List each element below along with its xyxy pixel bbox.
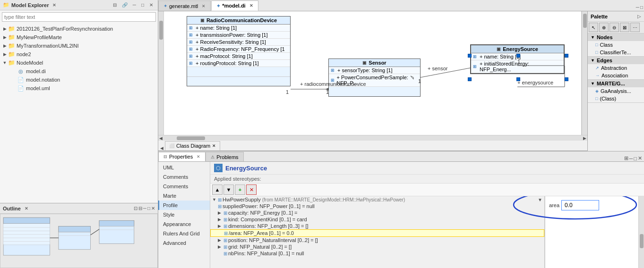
minimize-button[interactable]: ─ <box>131 1 138 8</box>
bottom-close-button[interactable]: ✕ <box>638 155 642 161</box>
diagram-tab-scroll-left[interactable]: ◀ <box>158 146 165 151</box>
props-value-input[interactable] <box>561 200 599 210</box>
bottom-minimize-button[interactable]: ─ <box>629 156 633 161</box>
tree-item-model-notation[interactable]: 📄 model.notation <box>0 75 158 84</box>
props-nav-uml[interactable]: UML <box>158 163 210 172</box>
props-tree-attr-2[interactable]: ▶ ⊞ kind: ComponentKind [0..1] = card <box>210 216 544 223</box>
properties-tab-close[interactable]: ✕ <box>197 154 200 159</box>
resize-handle-bl[interactable] <box>468 77 472 81</box>
props-nav-profile[interactable]: Profile <box>158 201 210 210</box>
props-tree-attr-6[interactable]: ▶ ⊞ grid: NFP_Natural [0..2] = [] <box>210 243 544 250</box>
diagram-canvas[interactable]: ▣ RadioCommunicationDevice ⊞ + name: Str… <box>158 11 582 135</box>
props-nav-appearance[interactable]: Appearance <box>158 219 210 229</box>
props-tree-attr-7[interactable]: ⊞ nbPins: NFP_Natural [0..1] = null <box>210 250 544 257</box>
filter-input[interactable] <box>2 12 156 22</box>
uml-box-sensor[interactable]: ▣ Sensor ⊞ + sensorType: String [1] ⊞ + … <box>328 59 421 97</box>
palette-abstraction-item[interactable]: ↗ Abstraction <box>588 64 644 72</box>
scrollbar-horizontal[interactable]: ◀ ▶ <box>158 135 587 141</box>
outline-maximize[interactable]: □ <box>147 206 150 211</box>
tab-properties[interactable]: ⊟ Properties ✕ <box>158 152 206 161</box>
props-delete-button[interactable]: ✕ <box>246 184 257 195</box>
tree-toggle[interactable]: ▶ <box>218 238 223 243</box>
tree-toggle[interactable]: ▶ <box>2 43 8 48</box>
palette-expand-icon[interactable]: ▷ <box>637 14 641 19</box>
tree-toggle[interactable]: ▶ <box>218 244 223 249</box>
tab-generate[interactable]: ✦ generate.mtl ✕ <box>158 0 211 11</box>
minimize-editor-button[interactable]: ─ <box>636 5 639 10</box>
outline-icon1[interactable]: ⊡ <box>134 206 137 211</box>
props-nav-marte[interactable]: Marte <box>158 191 210 201</box>
resize-handle-tr[interactable] <box>565 54 568 58</box>
props-nav-style[interactable]: Style <box>158 210 210 219</box>
palette-edges-header[interactable]: ▼ Edges <box>588 57 644 64</box>
outline-minimize[interactable]: ─ <box>143 206 146 211</box>
generate-tab-close[interactable]: ✕ <box>202 4 206 8</box>
tree-toggle[interactable]: ▼ <box>212 197 218 202</box>
props-tree-attr-4[interactable]: ⊞ /area: NFP_Area [0..1] = 0.0 <box>210 229 544 237</box>
bottom-tab-icon-btn1[interactable]: ⊞ <box>624 155 628 161</box>
scroll-right-button[interactable]: ▶ <box>583 136 586 141</box>
tree-item-model-di[interactable]: ◎ model.di <box>0 67 158 75</box>
collapse-all-button[interactable]: ⊟ <box>111 1 119 8</box>
props-move-down-button[interactable]: ▼ <box>223 184 234 195</box>
props-nav-comments2[interactable]: Comments <box>158 182 210 191</box>
tree-toggle[interactable]: ▶ <box>218 224 223 228</box>
palette-more-btn[interactable]: ⋯ <box>630 23 640 32</box>
props-tree-hwpowersupply[interactable]: ▼ ⊞ HwPowerSupply (from MARTE::MARTE_Des… <box>210 196 544 203</box>
scrollbar-vertical-left[interactable] <box>158 11 164 135</box>
tree-toggle[interactable]: ▶ <box>218 210 223 215</box>
tab-model[interactable]: ✦ *model.di ✕ <box>211 0 258 11</box>
tree-item-nodemodel[interactable]: ▼ 📁 NodeModel <box>0 59 158 67</box>
palette-select-btn[interactable]: ↖ <box>589 23 598 32</box>
resize-handle-bm[interactable] <box>516 77 520 81</box>
model-tab-close[interactable]: ✕ <box>249 3 253 8</box>
tree-toggle[interactable]: ▶ <box>2 35 8 40</box>
link-editor-button[interactable]: 🔗 <box>120 1 129 8</box>
palette-zoom-out-btn[interactable]: ⊖ <box>610 23 619 32</box>
outline-close-icon[interactable]: ✕ <box>25 206 28 211</box>
palette-gaanalysis-item[interactable]: ◈ GaAnalysis... <box>588 87 644 95</box>
props-add-button[interactable]: + <box>235 184 245 195</box>
props-move-up-button[interactable]: ▲ <box>212 184 223 195</box>
props-nav-comments1[interactable]: Comments <box>158 172 210 182</box>
props-tree-attr-3[interactable]: ▶ ⊞ dimensions: NFP_Length [0..3] = [] <box>210 223 544 229</box>
uml-box-energy[interactable]: ▣ EnergySource ⊞ + name: String [1] ⊞ + … <box>470 44 565 74</box>
outline-icon2[interactable]: ⊟ <box>138 206 142 211</box>
tree-toggle[interactable]: ▼ <box>2 60 8 65</box>
close-icon[interactable]: ✕ <box>52 3 56 8</box>
tree-item-model-uml[interactable]: 📄 model.uml <box>0 84 158 92</box>
palette-association-item[interactable]: → Association <box>588 72 644 79</box>
tree-item-node2[interactable]: ▶ 📁 node2 <box>0 50 158 59</box>
palette-class2-item[interactable]: □ (Class) <box>588 95 644 102</box>
diagram-tab-class[interactable]: ⬜ Class Diagram ✕ <box>165 141 220 151</box>
tree-item-profile[interactable]: ▶ 📁 MyNewProfileMarte <box>0 33 158 42</box>
tree-toggle[interactable]: ▶ <box>2 52 8 57</box>
resize-handle-br[interactable] <box>565 77 568 81</box>
props-scrollbar-v[interactable] <box>638 196 644 268</box>
maximize-editor-button[interactable]: □ <box>640 5 643 10</box>
props-tree-attr-5[interactable]: ▶ ⊞ position: NFP_NaturalInterval [0..2]… <box>210 237 544 243</box>
bottom-maximize-button[interactable]: □ <box>634 156 637 161</box>
scroll-left-button[interactable]: ◀ <box>159 136 163 141</box>
diagram-tab-close[interactable]: ✕ <box>212 143 216 148</box>
props-tree-attr-0[interactable]: ⊞ suppliedPower: NFP_Power [0..1] = null <box>210 203 544 209</box>
tree-item-resync[interactable]: ▶ 📁 20120126_TestPlanForResynchronisatio… <box>0 25 158 33</box>
maximize-button[interactable]: □ <box>139 1 146 8</box>
tab-problems[interactable]: ⚠ Problems <box>206 152 243 161</box>
palette-marte-header[interactable]: ▼ MARTE/G... <box>588 80 644 87</box>
palette-nodes-header[interactable]: ▼ Nodes <box>588 34 644 41</box>
palette-zoom-in-btn[interactable]: ⊕ <box>599 23 609 32</box>
resize-handle-tl[interactable] <box>468 54 472 58</box>
outline-close[interactable]: ✕ <box>151 206 155 211</box>
close-panel-button[interactable]: ✕ <box>147 1 155 8</box>
scrollbar-vertical-right[interactable] <box>582 11 587 135</box>
tree-item-transform[interactable]: ▶ 📁 MyTransformationUML2INI <box>0 42 158 50</box>
resize-handle-tm[interactable] <box>516 54 520 58</box>
tree-toggle[interactable]: ▶ <box>2 26 8 31</box>
props-nav-advanced[interactable]: Advanced <box>158 238 210 248</box>
palette-fit-btn[interactable]: ⊠ <box>620 23 629 32</box>
props-nav-rulers[interactable]: Rulers And Grid <box>158 229 210 238</box>
props-tree-attr-1[interactable]: ▶ ⊞ capacity: NFP_Energy [0..1] = <box>210 209 544 216</box>
palette-class-item[interactable]: □ Class <box>588 41 644 49</box>
scroll-indicator[interactable]: ▼ <box>538 197 542 202</box>
